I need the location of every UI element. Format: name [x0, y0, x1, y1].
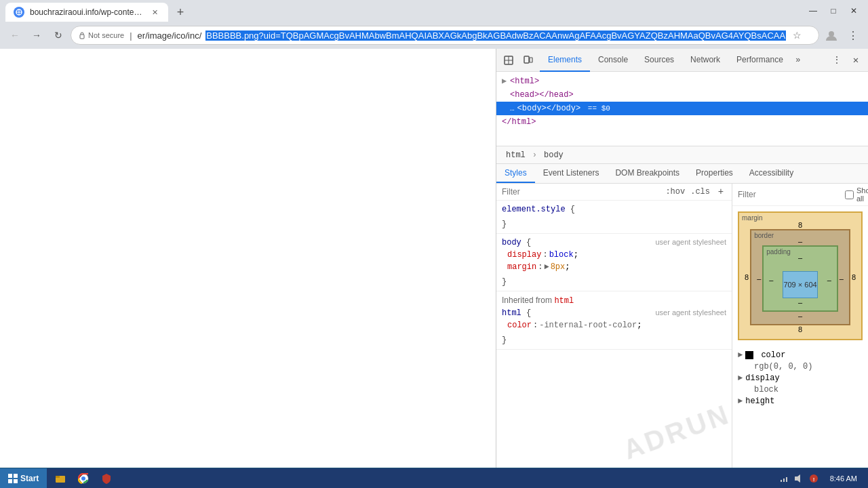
tab-close-button[interactable]: ✕ [149, 7, 160, 18]
taskbar-items [47, 470, 774, 487]
network-systray-icon[interactable] [778, 473, 789, 484]
svg-rect-20 [786, 477, 787, 482]
computed-prop-height: ► height [738, 394, 863, 408]
svg-rect-19 [783, 479, 785, 482]
expand-html[interactable]: ▶ [502, 75, 510, 87]
css-source-html: user agent stylesheet [655, 308, 726, 317]
dom-inspector: ▶ <html> <head></head> … <body></body> =… [496, 72, 868, 146]
devtools-more-tabs-button[interactable]: » [791, 51, 805, 70]
dom-line-html-close[interactable]: </html> [496, 115, 868, 129]
dom-line-body[interactable]: … <body></body> == $0 [496, 102, 868, 115]
dom-line-head[interactable]: <head></head> [496, 88, 868, 102]
taskbar-item-chrome[interactable] [73, 470, 94, 487]
devtools-toolbar: Elements Console Sources Network Perform… [496, 49, 868, 72]
bookmark-star-button[interactable]: ☆ [790, 28, 804, 42]
pseudo-class-button[interactable]: :hov [665, 187, 685, 197]
box-model-panel: Show all margin 8 8 bord [732, 184, 868, 488]
tab-title: bouchraziraoui.info/wp-content/plu... [30, 7, 144, 17]
tab-performance[interactable]: Performance [728, 49, 791, 72]
close-button[interactable]: ✕ [845, 5, 863, 17]
css-rules-panel: :hov .cls + element.style { } [496, 184, 732, 488]
tab-sources[interactable]: Sources [636, 49, 682, 72]
css-rule-body: body { user agent stylesheet display:blo… [496, 234, 732, 291]
box-model-margin: margin 8 8 border – – [738, 211, 863, 340]
styles-tab-event-listeners[interactable]: Event Listeners [535, 164, 608, 183]
antivirus-systray-icon[interactable]: ! [808, 473, 819, 484]
breadcrumb-html[interactable]: html [502, 149, 530, 161]
devtools-close-button[interactable]: ✕ [846, 51, 865, 70]
computed-filter-bar: Show all [732, 184, 868, 206]
taskbar-item-security[interactable] [96, 470, 117, 487]
tab-bar: bouchraziraoui.info/wp-content/plu... ✕ … [5, 0, 799, 22]
new-tab-button[interactable]: + [171, 3, 190, 22]
computed-filter-input[interactable] [738, 190, 840, 199]
tab-network[interactable]: Network [682, 49, 728, 72]
reload-button[interactable]: ↻ [49, 26, 68, 45]
breadcrumb-body[interactable]: body [540, 149, 568, 161]
class-button[interactable]: .cls [690, 187, 710, 197]
css-props-body: display:block; margin: ► 8px; [496, 249, 732, 276]
styles-content: :hov .cls + element.style { } [496, 184, 868, 488]
show-all-checkbox[interactable] [845, 190, 854, 199]
display-value: block [738, 385, 863, 394]
tab-elements[interactable]: Elements [540, 49, 590, 72]
profile-button[interactable] [822, 26, 841, 45]
minimize-button[interactable]: — [804, 5, 822, 17]
svg-rect-12 [8, 479, 12, 483]
inherited-from-label: Inherited from html [496, 294, 732, 307]
box-model-padding: padding – – 709 × 604 – [762, 245, 838, 312]
browser-tab-active[interactable]: bouchraziraoui.info/wp-content/plu... ✕ [5, 3, 168, 22]
styles-tab-properties[interactable]: Properties [688, 164, 741, 183]
dom-breadcrumb: html › body [496, 146, 868, 164]
styles-tab-styles[interactable]: Styles [496, 164, 535, 183]
svg-rect-8 [524, 56, 529, 63]
svg-rect-10 [8, 474, 12, 478]
display-expand-arrow[interactable]: ► [738, 371, 743, 385]
height-expand-arrow[interactable]: ► [738, 394, 743, 408]
svg-rect-11 [14, 474, 18, 478]
svg-text:!: ! [812, 476, 814, 483]
css-selector-body: body { user agent stylesheet [496, 237, 732, 249]
css-selector-html: html { user agent stylesheet [496, 307, 732, 319]
inspect-element-button[interactable] [499, 51, 518, 70]
url-selected: BBBBBB.png?uid=TQBpAGMAcgBvAHMAbwBmAHQAI… [205, 30, 786, 41]
color-expand-arrow[interactable]: ► [738, 348, 743, 362]
address-bar[interactable]: Not secure | er/image/ico/inc/BBBBBB.png… [71, 26, 819, 45]
devtools-tab-list: Elements Console Sources Network Perform… [540, 49, 827, 72]
computed-properties: ► color rgb(0, 0, 0) ► display block [732, 346, 868, 411]
css-prop-margin: margin: ► 8px; [507, 261, 726, 273]
forward-button[interactable]: → [27, 26, 46, 45]
css-prop-display: display:block; [507, 249, 726, 261]
svg-rect-21 [795, 476, 797, 481]
css-source-body: user agent stylesheet [655, 238, 726, 246]
window-controls: — □ ✕ [804, 5, 863, 17]
add-style-rule-button[interactable]: + [715, 186, 726, 197]
box-model-content-size: 709 × 604 [783, 271, 817, 298]
svg-point-4 [829, 31, 834, 37]
styles-tab-dom-breakpoints[interactable]: DOM Breakpoints [607, 164, 688, 183]
main-area: Elements Console Sources Network Perform… [0, 49, 868, 488]
css-selector-element-style: element.style { [496, 203, 732, 216]
tab-console[interactable]: Console [590, 49, 636, 72]
taskbar-clock: 8:46 AM [823, 474, 864, 483]
url-prefix: er/image/ico/inc/ [138, 30, 202, 41]
chrome-menu-button[interactable]: ⋮ [844, 26, 863, 45]
device-toggle-button[interactable] [518, 51, 537, 70]
styles-tab-list: Styles Event Listeners DOM Breakpoints P… [496, 164, 868, 184]
not-secure-indicator: Not secure [78, 31, 124, 39]
svg-rect-13 [14, 479, 18, 483]
speaker-systray-icon[interactable] [793, 473, 804, 484]
webpage-content [0, 49, 496, 488]
devtools-settings-button[interactable]: ⋮ [827, 51, 846, 70]
taskbar-item-explorer[interactable] [50, 470, 71, 487]
back-button[interactable]: ← [5, 26, 24, 45]
margin-expand-arrow[interactable]: ► [544, 261, 549, 273]
start-button[interactable]: Start [0, 468, 47, 488]
css-filter-input[interactable] [502, 187, 660, 197]
show-all-label[interactable]: Show all [845, 186, 868, 203]
dom-line-html[interactable]: ▶ <html> [496, 75, 868, 88]
styles-tab-accessibility[interactable]: Accessibility [741, 164, 802, 183]
maximize-button[interactable]: □ [825, 5, 842, 17]
url-separator: | [128, 30, 133, 41]
color-swatch [745, 351, 753, 359]
